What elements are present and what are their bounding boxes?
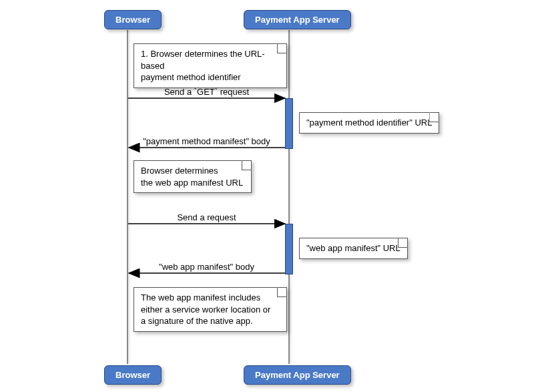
note-2: "payment method identifier" URL — [299, 112, 439, 134]
msg-text: Send a request — [177, 212, 236, 222]
message-label-1: Send a `GET` request — [128, 87, 285, 97]
note-4: "web app manifest" URL — [299, 238, 408, 259]
lifeline-browser — [127, 30, 128, 364]
participant-label: Browser — [115, 370, 150, 380]
lifeline-server — [288, 30, 290, 364]
participant-server-bottom: Payment App Server — [244, 365, 351, 385]
note-text: "web app manifest" URL — [306, 243, 400, 253]
participant-label: Browser — [115, 15, 150, 25]
participant-label: Payment App Server — [255, 15, 340, 25]
message-label-3: Send a request — [128, 212, 285, 222]
participant-server-top: Payment App Server — [244, 10, 351, 29]
activation-server-2 — [285, 224, 293, 274]
activation-server-1 — [285, 98, 293, 149]
participant-label: Payment App Server — [255, 370, 340, 380]
participant-browser-bottom: Browser — [104, 365, 162, 385]
message-label-2: "payment method manifest" body — [128, 136, 285, 146]
note-5: The web app manifest includes either a s… — [134, 287, 287, 332]
note-text: The web app manifest includes either a s… — [141, 292, 270, 326]
participant-browser-top: Browser — [104, 10, 162, 29]
note-3: Browser determines the web app manifest … — [134, 160, 252, 193]
msg-text: Send a `GET` request — [164, 87, 249, 97]
sequence-diagram: Browser Payment App Server Browser Payme… — [0, 0, 534, 392]
msg-text: "web app manifest" body — [159, 262, 254, 272]
msg-text: "payment method manifest" body — [143, 136, 270, 146]
note-text: "payment method identifier" URL — [306, 118, 432, 128]
note-text: 1. Browser determines the URL-based paym… — [141, 49, 265, 82]
note-text: Browser determines the web app manifest … — [141, 166, 243, 188]
note-1: 1. Browser determines the URL-based paym… — [134, 43, 287, 88]
message-label-4: "web app manifest" body — [128, 262, 285, 272]
